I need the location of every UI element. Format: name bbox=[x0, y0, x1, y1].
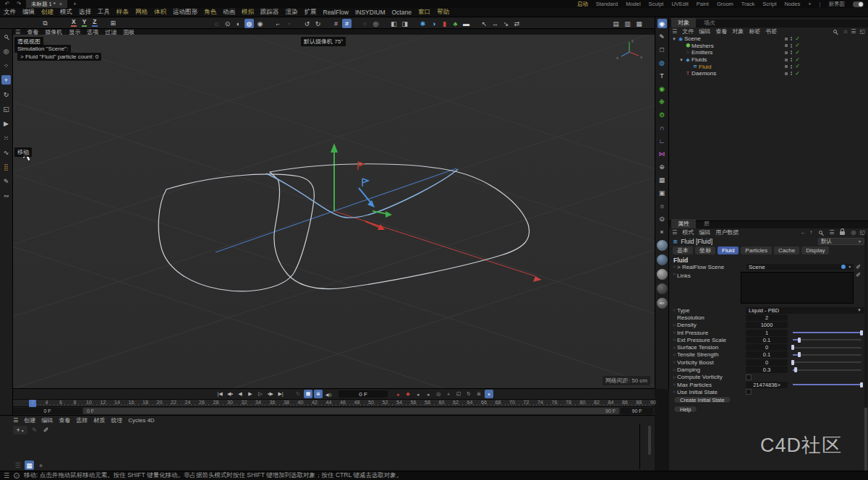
object-name[interactable]: Daemons bbox=[692, 70, 716, 77]
om-menu-查看[interactable]: 查看 bbox=[715, 27, 727, 35]
links-box[interactable] bbox=[741, 272, 854, 304]
workspace-tab-Nodes[interactable]: Nodes bbox=[784, 1, 800, 7]
param-slider[interactable] bbox=[793, 384, 861, 385]
anim-dot-icon[interactable]: ○ bbox=[671, 368, 677, 372]
anim-dot-icon[interactable]: ○ bbox=[671, 330, 677, 335]
keyframe-bar-icon[interactable]: ▦ bbox=[304, 390, 312, 398]
menu-模式[interactable]: 模式 bbox=[60, 8, 72, 17]
keyframe-button[interactable]: ◆ bbox=[404, 390, 412, 398]
light-icon[interactable]: ☼ bbox=[658, 201, 667, 210]
new-ui-toggle[interactable] bbox=[853, 1, 864, 7]
prev-frame-button[interactable]: ◀ bbox=[236, 390, 244, 398]
tree-row-Daemons[interactable]: TDaemons✓ bbox=[669, 70, 868, 77]
preset-sphere-2[interactable] bbox=[657, 254, 668, 265]
view-undo-icon[interactable]: ↺ bbox=[302, 19, 312, 28]
viewport-canvas[interactable]: yxz bbox=[13, 35, 655, 389]
cloner-icon[interactable]: ⋈ bbox=[658, 149, 667, 158]
workspace-add-button[interactable]: + bbox=[808, 1, 811, 7]
workplane-corner-icon[interactable]: ∟ bbox=[658, 136, 667, 145]
tree-row-Scene[interactable]: ▼◉Scene✓ bbox=[669, 35, 868, 43]
material-pencil-icon[interactable]: ⊙ bbox=[658, 214, 667, 223]
filter-icon[interactable]: ☰ bbox=[829, 229, 834, 236]
param-value-field[interactable]: 2 bbox=[746, 314, 788, 321]
film-icon[interactable]: ▦ bbox=[658, 175, 667, 184]
workspace-tab-UVEdit[interactable]: UVEdit bbox=[671, 1, 688, 7]
menu-渲染[interactable]: 渲染 bbox=[286, 8, 298, 17]
layer-toggle[interactable] bbox=[785, 65, 788, 68]
enabled-check-icon[interactable]: ✓ bbox=[795, 71, 800, 77]
om-tab-对象[interactable]: 对象 bbox=[671, 18, 696, 27]
target-icon[interactable]: ◎ bbox=[851, 229, 856, 236]
next-key-button[interactable]: •▶ bbox=[266, 390, 275, 398]
menu-文件[interactable]: 文件 bbox=[4, 8, 16, 17]
menu-扩展[interactable]: 扩展 bbox=[305, 8, 317, 17]
preset-sphere-4[interactable] bbox=[657, 283, 668, 294]
param-slider[interactable] bbox=[793, 354, 861, 356]
menu-跟踪器[interactable]: 跟踪器 bbox=[260, 8, 279, 17]
material-menu-纹理[interactable]: 纹理 bbox=[111, 416, 122, 424]
layer-toggle[interactable] bbox=[785, 44, 788, 47]
goto-start-button[interactable]: |◀ bbox=[216, 390, 224, 398]
menu-动画[interactable]: 动画 bbox=[223, 8, 235, 17]
fcurve-bar-icon[interactable]: ≣ bbox=[314, 390, 323, 398]
param-value-field[interactable]: 1 bbox=[746, 330, 788, 336]
param-value-field[interactable]: 21474836> bbox=[746, 382, 788, 388]
menu-编辑[interactable]: 编辑 bbox=[22, 8, 35, 17]
cube-primitive-icon[interactable]: □ bbox=[658, 45, 667, 54]
anim-dot-icon[interactable]: ○ bbox=[671, 346, 677, 350]
attr-menu-模式[interactable]: 模式 bbox=[682, 228, 694, 236]
eyedropper-icon[interactable]: ✐ bbox=[856, 272, 861, 304]
exchange-icon[interactable]: × bbox=[658, 227, 667, 236]
menu-工具[interactable]: 工具 bbox=[98, 8, 110, 17]
loop-icon[interactable]: ↻ bbox=[294, 390, 302, 398]
layer-toggle[interactable] bbox=[785, 59, 788, 61]
sphere-view-icon[interactable]: ● bbox=[36, 460, 46, 470]
scale-tool[interactable]: ◱ bbox=[1, 104, 11, 113]
param-checkbox[interactable] bbox=[746, 374, 752, 380]
menu-角色[interactable]: 角色 bbox=[204, 8, 216, 17]
close-tab-icon[interactable]: × bbox=[59, 1, 62, 7]
coordinate-system-icon[interactable]: ⊞ bbox=[111, 20, 116, 27]
material-menu-Cycles 4D[interactable]: Cycles 4D bbox=[128, 417, 154, 424]
disabled-square-icon[interactable]: ▫ bbox=[284, 19, 294, 28]
param-value-field[interactable]: 1000 bbox=[746, 322, 788, 328]
add-material-button[interactable]: + ▼ bbox=[13, 426, 27, 434]
sound-icon[interactable]: ◀)) bbox=[324, 390, 333, 398]
create-initial-state-button[interactable]: Create Initial State bbox=[673, 396, 731, 403]
anim-dot-icon[interactable]: ○ bbox=[671, 323, 677, 327]
anim-dot-icon[interactable]: ○ bbox=[671, 308, 677, 312]
record-button[interactable]: ● bbox=[393, 390, 402, 398]
menu-帮助[interactable]: 帮助 bbox=[437, 8, 449, 17]
layout-expand-icon[interactable]: ↖ bbox=[480, 19, 489, 28]
material-menu-查看[interactable]: 查看 bbox=[59, 416, 70, 424]
home-icon[interactable]: ⌂ bbox=[843, 28, 847, 35]
range-start-field[interactable]: 0 F bbox=[13, 408, 82, 414]
om-menu-标签[interactable]: 标签 bbox=[749, 27, 760, 35]
anim-dot-icon[interactable]: ○ bbox=[671, 360, 677, 364]
disabled-circle-icon[interactable]: ○ bbox=[360, 19, 370, 28]
param-slider[interactable] bbox=[793, 332, 861, 333]
xp-cluster-icon[interactable]: ❉ bbox=[658, 97, 667, 106]
enabled-check-icon[interactable]: ✓ bbox=[795, 50, 800, 56]
menu-模拟[interactable]: 模拟 bbox=[242, 8, 254, 17]
model-mode-icon[interactable]: ◍ bbox=[244, 19, 254, 28]
viewport[interactable]: yxz 透视视图 Simulation "Scene": > Fluid "Fl… bbox=[13, 35, 655, 389]
om-menu-文件[interactable]: 文件 bbox=[682, 27, 694, 35]
om-tab-场次[interactable]: 场次 bbox=[697, 18, 722, 27]
play-button[interactable]: ▶ bbox=[246, 390, 255, 398]
material-menu-icon[interactable]: ☰ bbox=[13, 417, 18, 424]
param-record-button[interactable]: ◎ bbox=[434, 390, 443, 398]
material-menu-创建[interactable]: 创建 bbox=[24, 416, 35, 424]
param-slider[interactable] bbox=[793, 339, 861, 340]
param-value-field[interactable]: 0 bbox=[746, 344, 788, 351]
position-record-button[interactable]: + bbox=[444, 390, 453, 398]
realflow-scene-field[interactable]: Scene ▼ bbox=[746, 264, 854, 270]
current-frame-field[interactable]: 0 F bbox=[339, 390, 388, 398]
tree-caret-icon[interactable]: ▼ bbox=[671, 37, 677, 41]
rotate-tool[interactable]: ↻ bbox=[1, 90, 11, 99]
om-menu-对象[interactable]: 对象 bbox=[732, 27, 744, 35]
object-name[interactable]: Fluids bbox=[692, 56, 707, 63]
menu-运动图形[interactable]: 运动图形 bbox=[173, 8, 197, 17]
layer-toggle[interactable] bbox=[785, 72, 788, 75]
section-tab-基本[interactable]: 基本 bbox=[673, 247, 693, 254]
